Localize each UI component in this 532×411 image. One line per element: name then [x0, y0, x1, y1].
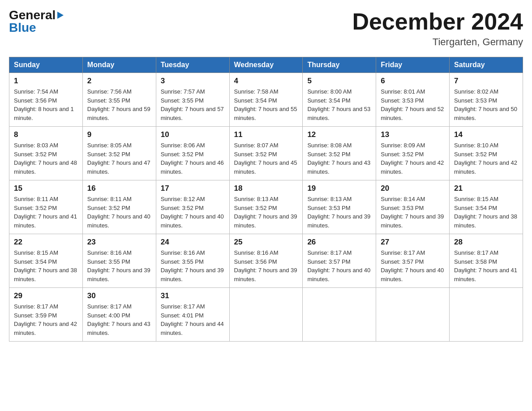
day-info: Sunrise: 8:03 AM Sunset: 3:52 PM Dayligh…: [14, 141, 78, 176]
calendar-cell: 11 Sunrise: 8:07 AM Sunset: 3:52 PM Dayl…: [229, 127, 303, 180]
calendar-cell: 12 Sunrise: 8:08 AM Sunset: 3:52 PM Dayl…: [303, 127, 376, 180]
day-number: 20: [381, 184, 445, 193]
calendar-cell: 16 Sunrise: 8:11 AM Sunset: 3:52 PM Dayl…: [82, 180, 156, 234]
day-number: 7: [454, 77, 518, 86]
day-number: 17: [161, 184, 225, 193]
calendar-table: SundayMondayTuesdayWednesdayThursdayFrid…: [9, 57, 523, 342]
calendar-cell: [376, 288, 450, 342]
calendar-cell: 28 Sunrise: 8:17 AM Sunset: 3:58 PM Dayl…: [450, 234, 523, 288]
header-friday: Friday: [376, 57, 450, 73]
day-number: 2: [87, 77, 151, 86]
logo-general-text: General: [9, 9, 56, 21]
calendar-cell: 27 Sunrise: 8:17 AM Sunset: 3:57 PM Dayl…: [376, 234, 450, 288]
day-info: Sunrise: 8:09 AM Sunset: 3:52 PM Dayligh…: [381, 141, 445, 176]
day-info: Sunrise: 8:13 AM Sunset: 3:52 PM Dayligh…: [234, 195, 298, 230]
calendar-cell: 24 Sunrise: 8:16 AM Sunset: 3:55 PM Dayl…: [156, 234, 229, 288]
calendar-cell: 15 Sunrise: 8:11 AM Sunset: 3:52 PM Dayl…: [9, 180, 83, 234]
page-header: General Blue December 2024 Tiergarten, G…: [9, 9, 523, 48]
week-row-2: 8 Sunrise: 8:03 AM Sunset: 3:52 PM Dayli…: [9, 127, 523, 180]
calendar-cell: 29 Sunrise: 8:17 AM Sunset: 3:59 PM Dayl…: [9, 288, 83, 342]
calendar-cell: 1 Sunrise: 7:54 AM Sunset: 3:56 PM Dayli…: [9, 73, 83, 127]
day-info: Sunrise: 8:17 AM Sunset: 4:01 PM Dayligh…: [161, 302, 225, 337]
day-number: 1: [14, 77, 78, 86]
day-info: Sunrise: 8:10 AM Sunset: 3:52 PM Dayligh…: [454, 141, 518, 176]
day-info: Sunrise: 8:17 AM Sunset: 3:58 PM Dayligh…: [454, 248, 518, 283]
calendar-cell: 6 Sunrise: 8:01 AM Sunset: 3:53 PM Dayli…: [376, 73, 450, 127]
day-number: 8: [14, 130, 78, 139]
day-info: Sunrise: 7:56 AM Sunset: 3:55 PM Dayligh…: [87, 87, 151, 122]
header-tuesday: Tuesday: [156, 57, 229, 73]
day-number: 18: [234, 184, 298, 193]
day-info: Sunrise: 8:16 AM Sunset: 3:55 PM Dayligh…: [87, 248, 151, 283]
day-info: Sunrise: 8:15 AM Sunset: 3:54 PM Dayligh…: [454, 195, 518, 230]
day-info: Sunrise: 8:12 AM Sunset: 3:52 PM Dayligh…: [161, 195, 225, 230]
day-info: Sunrise: 7:54 AM Sunset: 3:56 PM Dayligh…: [14, 87, 78, 122]
header-sunday: Sunday: [9, 57, 83, 73]
day-info: Sunrise: 8:00 AM Sunset: 3:54 PM Dayligh…: [307, 87, 371, 122]
day-number: 22: [14, 238, 78, 247]
day-number: 10: [161, 130, 225, 139]
day-number: 16: [87, 184, 151, 193]
day-number: 23: [87, 238, 151, 247]
day-number: 21: [454, 184, 518, 193]
day-info: Sunrise: 8:17 AM Sunset: 3:57 PM Dayligh…: [381, 248, 445, 283]
day-info: Sunrise: 8:01 AM Sunset: 3:53 PM Dayligh…: [381, 87, 445, 122]
calendar-cell: 13 Sunrise: 8:09 AM Sunset: 3:52 PM Dayl…: [376, 127, 450, 180]
day-info: Sunrise: 8:17 AM Sunset: 3:59 PM Dayligh…: [14, 302, 78, 337]
calendar-cell: 22 Sunrise: 8:15 AM Sunset: 3:54 PM Dayl…: [9, 234, 83, 288]
week-row-1: 1 Sunrise: 7:54 AM Sunset: 3:56 PM Dayli…: [9, 73, 523, 127]
header-saturday: Saturday: [450, 57, 523, 73]
calendar-cell: 18 Sunrise: 8:13 AM Sunset: 3:52 PM Dayl…: [229, 180, 303, 234]
day-info: Sunrise: 8:16 AM Sunset: 3:56 PM Dayligh…: [234, 248, 298, 283]
day-number: 25: [234, 238, 298, 247]
day-number: 30: [87, 291, 151, 300]
day-info: Sunrise: 8:11 AM Sunset: 3:52 PM Dayligh…: [14, 195, 78, 230]
calendar-cell: [303, 288, 376, 342]
calendar-body: 1 Sunrise: 7:54 AM Sunset: 3:56 PM Dayli…: [9, 73, 523, 342]
calendar-cell: 14 Sunrise: 8:10 AM Sunset: 3:52 PM Dayl…: [450, 127, 523, 180]
day-number: 27: [381, 238, 445, 247]
calendar-cell: 25 Sunrise: 8:16 AM Sunset: 3:56 PM Dayl…: [229, 234, 303, 288]
calendar-cell: 21 Sunrise: 8:15 AM Sunset: 3:54 PM Dayl…: [450, 180, 523, 234]
day-info: Sunrise: 8:15 AM Sunset: 3:54 PM Dayligh…: [14, 248, 78, 283]
day-number: 24: [161, 238, 225, 247]
day-number: 19: [307, 184, 371, 193]
day-info: Sunrise: 7:57 AM Sunset: 3:55 PM Dayligh…: [161, 87, 225, 122]
day-number: 5: [307, 77, 371, 86]
logo-arrow-icon: [57, 12, 64, 19]
calendar-cell: [229, 288, 303, 342]
day-number: 31: [161, 291, 225, 300]
day-info: Sunrise: 8:06 AM Sunset: 3:52 PM Dayligh…: [161, 141, 225, 176]
day-number: 11: [234, 130, 298, 139]
header-wednesday: Wednesday: [229, 57, 303, 73]
day-number: 29: [14, 291, 78, 300]
day-number: 14: [454, 130, 518, 139]
day-info: Sunrise: 8:17 AM Sunset: 3:57 PM Dayligh…: [307, 248, 371, 283]
day-info: Sunrise: 8:08 AM Sunset: 3:52 PM Dayligh…: [307, 141, 371, 176]
calendar-cell: 10 Sunrise: 8:06 AM Sunset: 3:52 PM Dayl…: [156, 127, 229, 180]
header-monday: Monday: [82, 57, 156, 73]
day-number: 15: [14, 184, 78, 193]
calendar-cell: 26 Sunrise: 8:17 AM Sunset: 3:57 PM Dayl…: [303, 234, 376, 288]
day-number: 13: [381, 130, 445, 139]
calendar-header: SundayMondayTuesdayWednesdayThursdayFrid…: [9, 57, 523, 73]
day-number: 26: [307, 238, 371, 247]
week-row-4: 22 Sunrise: 8:15 AM Sunset: 3:54 PM Dayl…: [9, 234, 523, 288]
day-number: 4: [234, 77, 298, 86]
calendar-cell: 17 Sunrise: 8:12 AM Sunset: 3:52 PM Dayl…: [156, 180, 229, 234]
calendar-cell: 4 Sunrise: 7:58 AM Sunset: 3:54 PM Dayli…: [229, 73, 303, 127]
day-info: Sunrise: 8:02 AM Sunset: 3:53 PM Dayligh…: [454, 87, 518, 122]
day-number: 12: [307, 130, 371, 139]
calendar-cell: 19 Sunrise: 8:13 AM Sunset: 3:53 PM Dayl…: [303, 180, 376, 234]
header-row: SundayMondayTuesdayWednesdayThursdayFrid…: [9, 57, 523, 73]
calendar-cell: 30 Sunrise: 8:17 AM Sunset: 4:00 PM Dayl…: [82, 288, 156, 342]
day-number: 3: [161, 77, 225, 86]
calendar-cell: 23 Sunrise: 8:16 AM Sunset: 3:55 PM Dayl…: [82, 234, 156, 288]
calendar-cell: 9 Sunrise: 8:05 AM Sunset: 3:52 PM Dayli…: [82, 127, 156, 180]
day-info: Sunrise: 8:07 AM Sunset: 3:52 PM Dayligh…: [234, 141, 298, 176]
calendar-cell: 5 Sunrise: 8:00 AM Sunset: 3:54 PM Dayli…: [303, 73, 376, 127]
calendar-cell: 8 Sunrise: 8:03 AM Sunset: 3:52 PM Dayli…: [9, 127, 83, 180]
calendar-cell: 2 Sunrise: 7:56 AM Sunset: 3:55 PM Dayli…: [82, 73, 156, 127]
day-number: 28: [454, 238, 518, 247]
title-section: December 2024 Tiergarten, Germany: [352, 9, 523, 48]
